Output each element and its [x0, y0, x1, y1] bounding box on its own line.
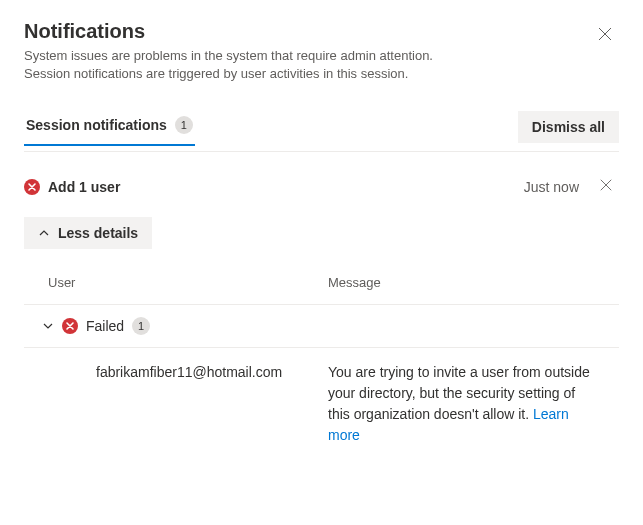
chevron-down-icon: [42, 320, 54, 332]
status-label: Failed: [86, 318, 124, 334]
tab-count-badge: 1: [175, 116, 193, 134]
toggle-details-label: Less details: [58, 225, 138, 241]
panel-header: Notifications System issues are problems…: [24, 20, 619, 111]
details-table: User Message Failed 1 fabrikamfiber11@ho…: [24, 269, 619, 460]
column-header-message: Message: [328, 275, 595, 290]
close-icon: [597, 26, 613, 45]
page-subtitle: System issues are problems in the system…: [24, 47, 444, 83]
notification-title: Add 1 user: [48, 179, 120, 195]
tabs: Session notifications 1: [24, 116, 195, 146]
toggle-details-button[interactable]: Less details: [24, 217, 152, 249]
status-group-row[interactable]: Failed 1: [24, 305, 619, 348]
close-panel-button[interactable]: [591, 20, 619, 51]
tab-label: Session notifications: [26, 117, 167, 133]
dismiss-all-button[interactable]: Dismiss all: [518, 111, 619, 143]
chevron-up-icon: [38, 227, 50, 239]
table-row: fabrikamfiber11@hotmail.com You are tryi…: [24, 348, 619, 460]
close-icon: [599, 178, 613, 195]
table-header-row: User Message: [24, 269, 619, 296]
notification-header: Add 1 user Just now: [24, 172, 619, 201]
page-title: Notifications: [24, 20, 444, 43]
cell-user: fabrikamfiber11@hotmail.com: [48, 362, 328, 446]
status-count-badge: 1: [132, 317, 150, 335]
dismiss-notification-button[interactable]: [593, 172, 619, 201]
tab-session-notifications[interactable]: Session notifications 1: [24, 116, 195, 146]
error-icon: [24, 179, 40, 195]
error-icon: [62, 318, 78, 334]
column-header-user: User: [48, 275, 328, 290]
cell-message: You are trying to invite a user from out…: [328, 362, 595, 446]
notifications-panel: Notifications System issues are problems…: [0, 0, 643, 480]
tabs-row: Session notifications 1 Dismiss all: [24, 111, 619, 152]
notification-timestamp: Just now: [524, 179, 579, 195]
